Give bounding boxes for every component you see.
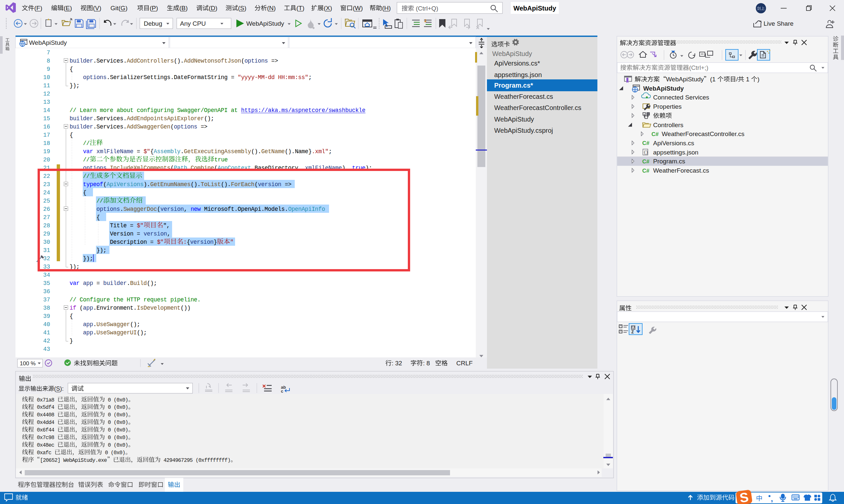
svg-text:): ) <box>361 5 363 12</box>
svg-text:0 (0x0): 0 (0x0) <box>102 450 125 456</box>
svg-text:): ) <box>125 5 127 12</box>
svg-text:;: ; <box>328 148 332 155</box>
svg-text:H: H <box>384 5 389 12</box>
svg-text:(Ctrl+Q): (Ctrl+Q) <box>414 5 438 12</box>
svg-text:{: { <box>97 214 100 221</box>
svg-text:WebApiStudy: WebApiStudy <box>494 115 534 123</box>
svg-text:}: } <box>308 148 312 155</box>
svg-text:0 (0x0): 0 (0x0) <box>105 443 128 448</box>
svg-text:();: (); <box>204 115 214 122</box>
svg-text:$": $" <box>137 222 143 229</box>
svg-text:()): ()) <box>181 305 191 311</box>
svg-text:.: . <box>120 206 124 213</box>
svg-text:GetExecutingAssembly: GetExecutingAssembly <box>184 148 251 155</box>
svg-text:{: { <box>187 239 191 246</box>
svg-text:Any CPU: Any CPU <box>180 20 206 27</box>
svg-text:.xml": .xml" <box>312 148 328 155</box>
svg-text:AddNewtonsoftJson: AddNewtonsoftJson <box>184 58 241 64</box>
svg-text:OpenApiInfo: OpenApiInfo <box>288 206 325 213</box>
svg-text:=>: => <box>197 124 208 130</box>
svg-text:.: . <box>93 321 97 328</box>
svg-text:C#: C# <box>642 140 650 146</box>
svg-text:B: B <box>181 5 186 12</box>
svg-text:.: . <box>126 280 130 287</box>
svg-text:Properties: Properties <box>653 103 682 110</box>
svg-text:new: new <box>191 206 201 213</box>
svg-text:https://aka.ms/aspnetcore/swas: https://aka.ms/aspnetcore/swashbuckle <box>241 107 365 114</box>
svg-text:builder: builder <box>70 115 93 122</box>
svg-text:38: 38 <box>43 305 50 311</box>
svg-text:[20652] WebApiStudy.exe: [20652] WebApiStudy.exe <box>40 457 107 464</box>
svg-text:{}: {} <box>643 150 648 155</box>
svg-text:xmlFileName: xmlFileName <box>97 148 134 155</box>
svg-text:): ) <box>757 76 759 83</box>
svg-text:35: 35 <box>43 280 50 287</box>
svg-text:Connected Services: Connected Services <box>653 94 709 101</box>
svg-text:: 32: : 32 <box>392 360 402 367</box>
svg-text:0 (0x0): 0 (0x0) <box>105 435 128 441</box>
svg-text:Services: Services <box>97 58 124 64</box>
svg-text:=: = <box>227 74 238 81</box>
svg-text:UseSwagger: UseSwagger <box>97 321 130 328</box>
svg-text:): ) <box>70 5 72 12</box>
svg-text:23: 23 <box>43 181 50 188</box>
svg-text:(1: (1 <box>710 76 718 83</box>
svg-text:C#: C# <box>642 168 650 174</box>
svg-text:().: (). <box>174 58 184 64</box>
svg-text:$": $" <box>157 239 163 246</box>
svg-text:WebApiStudy: WebApiStudy <box>246 20 284 27</box>
svg-text:(S):: (S): <box>54 385 64 392</box>
svg-text:): ) <box>302 5 304 12</box>
svg-text:N: N <box>269 5 274 12</box>
svg-text:GetName: GetName <box>261 148 285 155</box>
svg-text:0 (0x0): 0 (0x0) <box>105 397 128 403</box>
svg-text:DateFormatString: DateFormatString <box>174 74 227 81</box>
svg-text:36: 36 <box>43 288 50 295</box>
svg-text:});: }); <box>97 247 107 254</box>
svg-text:WebApiStudy: WebApiStudy <box>29 39 67 46</box>
svg-text:GetEnumNames: GetEnumNames <box>150 181 191 188</box>
svg-text:ApiVersions.cs: ApiVersions.cs <box>653 140 694 147</box>
svg-text:C#: C# <box>652 131 659 137</box>
svg-text:13: 13 <box>43 99 50 105</box>
svg-text:WebApiStudy: WebApiStudy <box>666 76 704 83</box>
svg-text:): ) <box>244 5 246 12</box>
svg-text:Microsoft.OpenApi.Models.: Microsoft.OpenApi.Models. <box>201 206 288 213</box>
svg-text:1: 1 <box>744 76 751 83</box>
svg-text:}: } <box>214 239 217 246</box>
svg-text:version: version <box>190 239 214 246</box>
svg-text:Controllers: Controllers <box>653 122 684 128</box>
svg-text:options: options <box>244 58 268 64</box>
svg-text:): ) <box>40 5 42 12</box>
svg-text:0x6f44: 0x6f44 <box>34 427 57 433</box>
svg-text:});: }); <box>70 82 80 89</box>
svg-text:app: app <box>83 321 93 328</box>
svg-text:30: 30 <box>43 239 50 246</box>
svg-text:true: true <box>214 157 228 163</box>
svg-text:app: app <box>83 305 93 311</box>
svg-text:100 %: 100 % <box>20 360 36 367</box>
svg-text:G: G <box>121 5 126 12</box>
svg-text:,: , <box>771 494 773 503</box>
svg-text:=: = <box>134 148 144 155</box>
svg-text:40: 40 <box>43 321 50 328</box>
svg-text:}: } <box>70 338 73 344</box>
svg-text:8: 8 <box>47 58 50 64</box>
svg-text:9: 9 <box>47 66 50 72</box>
svg-text:0xafc: 0xafc <box>34 450 54 456</box>
svg-text:P: P <box>152 5 156 12</box>
svg-text:15: 15 <box>43 115 50 122</box>
svg-text:$": $" <box>143 148 150 155</box>
svg-text:options: options <box>97 206 120 213</box>
svg-text:builder: builder <box>103 280 126 287</box>
svg-text:0 (0x0): 0 (0x0) <box>105 420 128 426</box>
svg-text:AddSwaggerGen: AddSwaggerGen <box>126 124 170 130</box>
svg-text:42: 42 <box>43 338 50 344</box>
svg-text://: // <box>83 157 90 163</box>
svg-text:0x71a8: 0x71a8 <box>34 397 57 403</box>
svg-text:(: ( <box>255 181 258 188</box>
svg-text:X: X <box>326 5 330 12</box>
svg-text:app: app <box>83 280 93 287</box>
svg-text:.: . <box>106 74 110 81</box>
svg-text:18: 18 <box>43 140 50 147</box>
